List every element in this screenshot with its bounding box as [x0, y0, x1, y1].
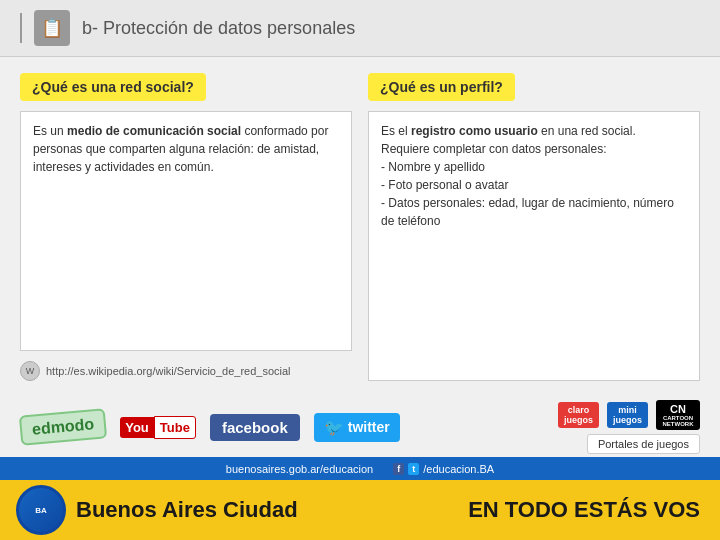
- middle-banner: buenosaires.gob.ar/educacion f t /educac…: [0, 457, 720, 481]
- left-answer: Es un medio de comunicación social confo…: [20, 111, 352, 351]
- header-icon: 📋: [34, 10, 70, 46]
- footer-seal: BA: [16, 485, 66, 535]
- minijuegos-label: minijuegos: [613, 405, 642, 425]
- youtube-tube: Tube: [154, 416, 196, 439]
- claro-logo: clarojuegos: [558, 402, 599, 428]
- page-title: b- Protección de datos personales: [82, 18, 355, 39]
- youtube-logo: YouTube: [120, 416, 196, 439]
- left-column: ¿Qué es una red social? Es un medio de c…: [20, 73, 352, 381]
- tw-icon-small: t: [408, 463, 419, 475]
- right-answer-text1: Es el: [381, 124, 411, 138]
- twitter-bird-icon: 🐦: [324, 418, 344, 437]
- twitter-label: twitter: [348, 419, 390, 435]
- right-bullet2: - Foto personal o avatar: [381, 178, 508, 192]
- right-column: ¿Qué es un perfil? Es el registro como u…: [368, 73, 700, 381]
- page-footer: BA Buenos Aires Ciudad EN TODO ESTÁS VOS: [0, 480, 720, 540]
- game-logos: clarojuegos minijuegos: [558, 402, 648, 428]
- banner-social: f t /educacion.BA: [393, 463, 494, 475]
- cn-sublabel: CARTOON NETWORK: [662, 415, 694, 427]
- banner-url: buenosaires.gob.ar/educacion: [226, 463, 373, 475]
- left-answer-bold: medio de comunicación social: [67, 124, 241, 138]
- footer-left: BA Buenos Aires Ciudad: [0, 485, 468, 535]
- right-bullet1: - Nombre y apellido: [381, 160, 485, 174]
- logos-strip: edmodo YouTube facebook 🐦 twitter claroj…: [0, 397, 720, 457]
- seal-text: BA: [35, 506, 47, 515]
- header-divider: [20, 13, 22, 43]
- cn-logo: CN CARTOON NETWORK: [656, 400, 700, 430]
- twitter-logo: 🐦 twitter: [314, 413, 400, 442]
- right-answer-bold: registro como usuario: [411, 124, 538, 138]
- cn-label: CN: [662, 403, 694, 415]
- minijuegos-logo: minijuegos: [607, 402, 648, 428]
- wiki-url: http://es.wikipedia.org/wiki/Servicio_de…: [46, 365, 291, 377]
- left-question: ¿Qué es una red social?: [20, 73, 206, 101]
- fb-icon-small: f: [393, 463, 404, 475]
- right-question: ¿Qué es un perfil?: [368, 73, 515, 101]
- claro-label: clarojuegos: [564, 405, 593, 425]
- banner-social-text: /educacion.BA: [423, 463, 494, 475]
- facebook-logo: facebook: [210, 414, 300, 441]
- right-bullet3: - Datos personales: edad, lugar de nacim…: [381, 196, 674, 228]
- left-answer-text1: Es un: [33, 124, 67, 138]
- page-header: 📋 b- Protección de datos personales: [0, 0, 720, 57]
- footer-city-name: Buenos Aires Ciudad: [76, 497, 298, 523]
- youtube-you: You: [120, 417, 154, 438]
- wiki-icon: W: [20, 361, 40, 381]
- portales-label: Portales de juegos: [587, 434, 700, 454]
- footer-slogan: EN TODO ESTÁS VOS: [468, 497, 720, 523]
- right-answer: Es el registro como usuario en una red s…: [368, 111, 700, 381]
- edmodo-logo: edmodo: [19, 408, 108, 445]
- main-content: ¿Qué es una red social? Es un medio de c…: [0, 57, 720, 397]
- wiki-link-row[interactable]: W http://es.wikipedia.org/wiki/Servicio_…: [20, 361, 352, 381]
- edmodo-label: edmodo: [31, 415, 94, 437]
